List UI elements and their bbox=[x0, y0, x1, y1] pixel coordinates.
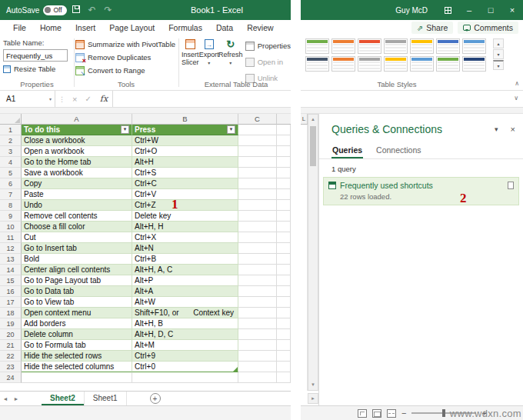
cell-b22[interactable]: Ctrl+9 bbox=[132, 351, 238, 362]
pane-tab-queries[interactable]: Queries bbox=[331, 143, 363, 158]
column-header-l[interactable]: L bbox=[301, 114, 308, 125]
cell-b16[interactable]: Alt+A bbox=[132, 286, 238, 297]
cell-c1[interactable] bbox=[238, 125, 277, 135]
filter-dropdown-icon[interactable]: ▼ bbox=[227, 125, 235, 134]
cell-c13[interactable] bbox=[238, 254, 277, 265]
cell-b14[interactable]: Alt+H, A, C bbox=[132, 265, 238, 275]
cell-a11[interactable]: Cut bbox=[22, 232, 132, 243]
pane-tab-connections[interactable]: Connections bbox=[375, 143, 421, 158]
ribbon-tab-review[interactable]: Review bbox=[240, 20, 280, 35]
ribbon-tab-insert[interactable]: Insert bbox=[68, 20, 102, 35]
row-header-16[interactable]: 16 bbox=[0, 286, 22, 297]
row-header-2[interactable]: 2 bbox=[0, 135, 22, 146]
cell-c6[interactable] bbox=[238, 178, 277, 189]
cell-b4[interactable]: Alt+H bbox=[132, 157, 238, 168]
expand-formula-bar-icon[interactable]: ∨ bbox=[514, 95, 518, 102]
table-style-2-5[interactable] bbox=[410, 56, 434, 72]
cell-c17[interactable] bbox=[238, 297, 277, 308]
cell-c19[interactable] bbox=[238, 318, 277, 329]
scrollbar-thumb[interactable] bbox=[310, 126, 316, 166]
cell-b13[interactable]: Ctrl+B bbox=[132, 254, 238, 265]
cell-b11[interactable]: Ctrl+X bbox=[132, 232, 238, 243]
cell-c18[interactable] bbox=[238, 308, 277, 318]
pane-close-icon[interactable]: × bbox=[511, 125, 515, 134]
table-style-1-5[interactable] bbox=[410, 38, 434, 54]
ribbon-display-options-icon[interactable] bbox=[437, 0, 458, 20]
cell-a12[interactable]: Go to Insert tab bbox=[22, 243, 132, 254]
row-header-12[interactable]: 12 bbox=[0, 243, 22, 254]
convert-to-range-button[interactable]: Convert to Range bbox=[75, 64, 145, 77]
share-button[interactable]: ⇗ Share bbox=[411, 22, 453, 34]
new-sheet-button[interactable]: + bbox=[150, 393, 161, 404]
column-header-a[interactable]: A bbox=[22, 114, 132, 125]
summarize-with-pivottable-button[interactable]: Summarize with PivotTable bbox=[75, 38, 175, 51]
comments-button[interactable]: Comments bbox=[458, 22, 518, 34]
row-header-8[interactable]: 8 bbox=[0, 200, 22, 211]
cell-c5[interactable] bbox=[238, 168, 277, 178]
close-icon[interactable]: × bbox=[501, 0, 523, 20]
formula-bar-handle-icon[interactable]: ⋮ bbox=[55, 95, 68, 103]
ribbon-tab-data[interactable]: Data bbox=[209, 20, 240, 35]
row-header-17[interactable]: 17 bbox=[0, 297, 22, 308]
scroll-up-icon[interactable]: ▲ bbox=[311, 115, 315, 125]
cell-a18[interactable]: Open context menu bbox=[22, 308, 132, 318]
collapse-ribbon-icon[interactable]: ∧ bbox=[515, 80, 519, 87]
table-style-1-1[interactable] bbox=[305, 38, 329, 54]
name-box[interactable]: A1 ▾ bbox=[0, 91, 55, 107]
row-header-24[interactable]: 24 bbox=[0, 372, 22, 383]
account-name[interactable]: Guy McD bbox=[395, 6, 428, 15]
header-cell-b1[interactable]: Press▼ bbox=[132, 125, 238, 135]
cell-b7[interactable]: Ctrl+V bbox=[132, 189, 238, 200]
cell-a5[interactable]: Save a workbook bbox=[22, 168, 132, 178]
row-header-4[interactable]: 4 bbox=[0, 157, 22, 168]
cell-a24[interactable] bbox=[22, 372, 132, 383]
table-style-2-2[interactable] bbox=[331, 56, 355, 72]
cell-a22[interactable]: Hide the selected rows bbox=[22, 351, 132, 362]
cell-a17[interactable]: Go to View tab bbox=[22, 297, 132, 308]
row-header-5[interactable]: 5 bbox=[0, 168, 22, 178]
formula-input[interactable] bbox=[112, 91, 291, 107]
cell-c7[interactable] bbox=[238, 189, 277, 200]
cell-c4[interactable] bbox=[238, 157, 277, 168]
row-header-1[interactable]: 1 bbox=[0, 125, 22, 135]
cell-c12[interactable] bbox=[238, 243, 277, 254]
cell-c9[interactable] bbox=[238, 211, 277, 222]
gallery-up-icon[interactable]: ▴ bbox=[493, 38, 504, 48]
remove-duplicates-button[interactable]: Remove Duplicates bbox=[75, 51, 151, 64]
cell-a6[interactable]: Copy bbox=[22, 178, 132, 189]
pane-options-caret-icon[interactable]: ▾ bbox=[495, 125, 498, 133]
cell-a7[interactable]: Paste bbox=[22, 189, 132, 200]
cell-b5[interactable]: Ctrl+S bbox=[132, 168, 238, 178]
cell-a9[interactable]: Remove cell contents bbox=[22, 211, 132, 222]
cell-b23[interactable]: Ctrl+0 bbox=[132, 362, 238, 372]
cell-c8[interactable] bbox=[238, 200, 277, 211]
row-header-20[interactable]: 20 bbox=[0, 329, 22, 340]
ribbon-tab-home[interactable]: Home bbox=[33, 20, 68, 35]
cell-c15[interactable] bbox=[238, 275, 277, 286]
insert-function-icon[interactable]: fx bbox=[95, 94, 112, 104]
sheet-nav-next-icon[interactable]: ► bbox=[11, 392, 22, 405]
cell-c21[interactable] bbox=[238, 340, 277, 351]
cell-a8[interactable]: Undo bbox=[22, 200, 132, 211]
zoom-out-icon[interactable]: − bbox=[401, 408, 406, 418]
ribbon-tab-file[interactable]: File bbox=[6, 20, 33, 35]
cell-b24[interactable] bbox=[132, 372, 238, 383]
cell-b2[interactable]: Ctrl+W bbox=[132, 135, 238, 146]
row-header-13[interactable]: 13 bbox=[0, 254, 22, 265]
cell-a23[interactable]: Hide the selected columns bbox=[22, 362, 132, 372]
row-header-22[interactable]: 22 bbox=[0, 351, 22, 362]
cell-a20[interactable]: Delete column bbox=[22, 329, 132, 340]
cell-c22[interactable] bbox=[238, 351, 277, 362]
row-header-11[interactable]: 11 bbox=[0, 232, 22, 243]
name-box-caret-icon[interactable]: ▾ bbox=[49, 96, 52, 102]
query-list-item[interactable]: Frequently used shortcuts 22 rows loaded… bbox=[323, 177, 519, 205]
cell-c16[interactable] bbox=[238, 286, 277, 297]
row-header-3[interactable]: 3 bbox=[0, 146, 22, 157]
refresh-button[interactable]: ↻ Refresh ▾ bbox=[219, 37, 242, 67]
sheet-tab-sheet2[interactable]: Sheet2 bbox=[42, 392, 85, 405]
undo-icon[interactable]: ↶ bbox=[85, 5, 99, 15]
sheet-nav-prev-icon[interactable]: ◄ bbox=[0, 392, 11, 405]
cell-b19[interactable]: Alt+H, B bbox=[132, 318, 238, 329]
page-layout-view-icon[interactable] bbox=[372, 409, 381, 418]
cell-a4[interactable]: Go to the Home tab bbox=[22, 157, 132, 168]
